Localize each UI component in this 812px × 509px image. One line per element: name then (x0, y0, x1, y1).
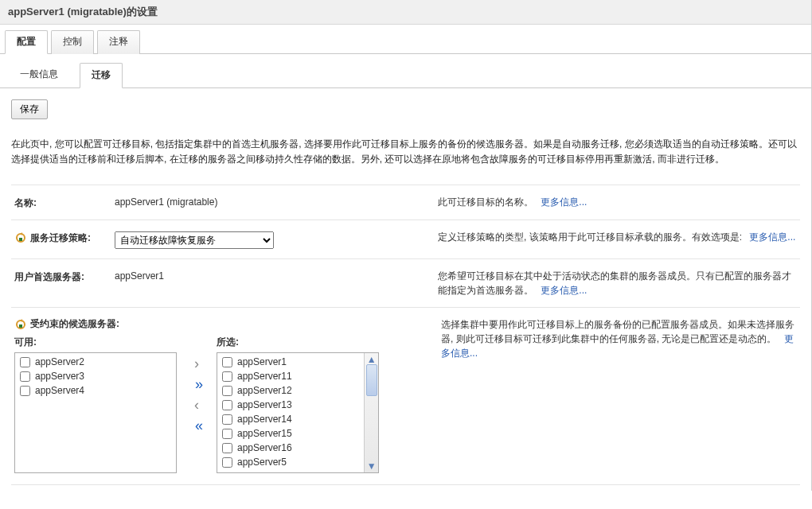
row-preferred: 用户首选服务器: appServer1 您希望可迁移目标在其中处于活动状态的集群… (11, 258, 800, 307)
tab-notes[interactable]: 注释 (97, 30, 140, 54)
list-item[interactable]: appServer14 (221, 412, 361, 426)
restart-icon (14, 231, 27, 244)
more-info-link[interactable]: 更多信息... (541, 196, 587, 208)
policy-select[interactable]: 自动迁移故障恢复服务 (115, 231, 274, 249)
list-item[interactable]: appServer15 (221, 426, 361, 441)
row-candidates: 受约束的候选服务器: 可用: appServer2appServer3appSe… (11, 307, 800, 473)
list-item-checkbox[interactable] (222, 414, 232, 425)
scroll-down-icon[interactable]: ▼ (367, 461, 377, 471)
scroll-thumb[interactable] (366, 364, 377, 396)
help-candidates: 选择集群中要用作此可迁移目标上的服务备份的已配置服务器成员。如果未选择服务器, … (441, 317, 797, 473)
sub-tabstrip: 一般信息 迁移 (0, 54, 811, 88)
help-policy: 定义迁移策略的类型, 该策略用于此可迁移目标承载的服务。有效选项是: 更多信息.… (438, 230, 797, 249)
divider (11, 484, 800, 491)
scroll-up-icon[interactable]: ▲ (367, 355, 377, 364)
list-item-checkbox[interactable] (222, 429, 232, 439)
save-button[interactable]: 保存 (11, 99, 48, 119)
list-item[interactable]: appServer3 (18, 369, 173, 383)
move-right-icon[interactable]: › (194, 356, 199, 371)
list-item-label: appServer14 (237, 414, 292, 425)
more-info-link[interactable]: 更多信息... (749, 231, 795, 243)
list-item-label: appServer1 (237, 356, 287, 367)
restart-icon (14, 318, 27, 331)
label-policy: 服务迁移策略: (14, 230, 102, 249)
help-preferred-text: 您希望可迁移目标在其中处于活动状态的集群的服务器成员。只有已配置的服务器才能指定… (438, 270, 791, 296)
list-item-checkbox[interactable] (222, 386, 232, 396)
help-name-text: 此可迁移目标的名称。 (438, 196, 533, 208)
list-item[interactable]: appServer2 (18, 355, 173, 369)
list-item[interactable]: appServer13 (221, 398, 361, 412)
list-item-label: appServer2 (35, 356, 84, 367)
page-description: 在此页中, 您可以配置可迁移目标, 包括指定集群中的首选主机服务器, 选择要用作… (11, 137, 800, 170)
shuttle-buttons: › »​ ‹ «​ (177, 336, 217, 433)
list-item[interactable]: appServer12 (221, 383, 361, 398)
subtab-migration[interactable]: 迁移 (80, 63, 123, 88)
subtab-general[interactable]: 一般信息 (8, 62, 70, 87)
label-preferred: 用户首选服务器: (14, 269, 102, 297)
list-item[interactable]: appServer1 (221, 355, 361, 369)
help-preferred: 您希望可迁移目标在其中处于活动状态的集群的服务器成员。只有已配置的服务器才能指定… (438, 269, 797, 297)
list-item-label: appServer3 (35, 371, 84, 382)
chosen-list[interactable]: appServer1appServer11appServer12appServe… (217, 352, 379, 473)
tab-control[interactable]: 控制 (51, 30, 94, 54)
available-label: 可用: (14, 336, 177, 349)
available-list[interactable]: appServer2appServer3appServer4 (14, 352, 177, 473)
label-name: 名称: (14, 195, 102, 210)
move-all-right-icon[interactable]: »​ (195, 377, 198, 391)
list-item-label: appServer15 (237, 428, 292, 439)
list-item-checkbox[interactable] (20, 386, 30, 396)
move-all-left-icon[interactable]: «​ (195, 418, 198, 433)
svg-rect-1 (19, 238, 22, 241)
page-title: appServer1 (migratable)的设置 (0, 0, 811, 25)
list-item[interactable]: appServer11 (221, 369, 361, 383)
list-item-label: appServer4 (35, 385, 84, 396)
candidates-heading-text: 受约束的候选服务器: (30, 317, 119, 331)
row-name: 名称: appServer1 (migratable) 此可迁移目标的名称。 更… (11, 185, 800, 220)
list-item-checkbox[interactable] (222, 457, 232, 468)
list-item-checkbox[interactable] (20, 357, 30, 367)
list-item[interactable]: appServer16 (221, 441, 361, 455)
tab-config[interactable]: 配置 (5, 30, 48, 54)
value-preferred: appServer1 (115, 269, 425, 297)
main-tabstrip: 配置 控制 注释 (0, 25, 811, 54)
chosen-scrollbar[interactable]: ▲ ▼ (364, 353, 378, 472)
more-info-link[interactable]: 更多信息... (541, 285, 587, 296)
list-item-checkbox[interactable] (222, 400, 232, 410)
list-item-label: appServer12 (237, 385, 292, 396)
label-policy-text: 服务迁移策略: (30, 231, 91, 245)
move-left-icon[interactable]: ‹ (194, 398, 199, 412)
list-item[interactable]: appServer5 (221, 455, 361, 469)
candidates-heading: 受约束的候选服务器: (14, 317, 428, 331)
svg-rect-3 (19, 324, 22, 328)
list-item-checkbox[interactable] (222, 371, 232, 382)
help-candidates-text: 选择集群中要用作此可迁移目标上的服务备份的已配置服务器成员。如果未选择服务器, … (441, 319, 794, 344)
list-item-label: appServer16 (237, 442, 292, 453)
list-item-label: appServer11 (237, 371, 292, 382)
row-policy: 服务迁移策略: 自动迁移故障恢复服务 定义迁移策略的类型, 该策略用于此可迁移目… (11, 220, 800, 258)
value-name: appServer1 (migratable) (115, 195, 425, 210)
help-policy-text: 定义迁移策略的类型, 该策略用于此可迁移目标承载的服务。有效选项是: (438, 231, 742, 243)
list-item-checkbox[interactable] (222, 357, 232, 367)
chosen-label: 所选: (217, 336, 379, 349)
list-item-label: appServer13 (237, 399, 292, 410)
list-item-checkbox[interactable] (20, 371, 30, 382)
list-item-checkbox[interactable] (222, 443, 232, 453)
list-item[interactable]: appServer4 (18, 383, 173, 398)
dual-listbox: 可用: appServer2appServer3appServer4 › »​ … (14, 336, 428, 473)
help-name: 此可迁移目标的名称。 更多信息... (438, 195, 797, 210)
list-item-label: appServer5 (237, 457, 287, 468)
